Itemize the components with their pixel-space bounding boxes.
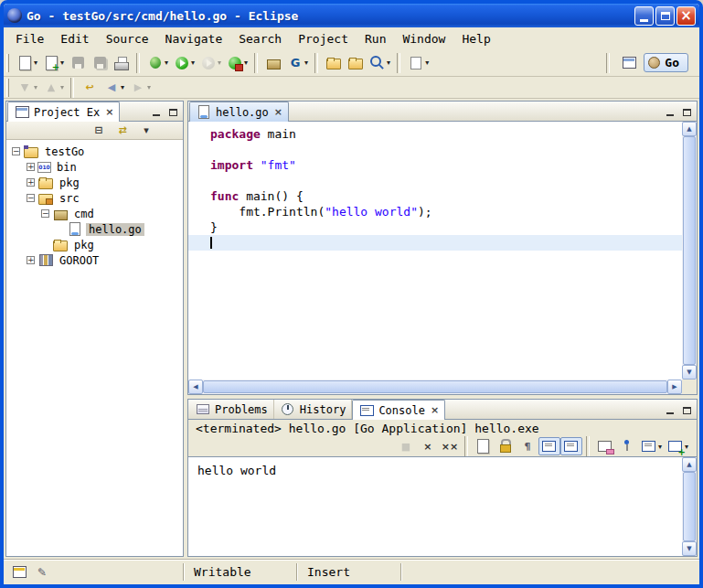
code-line[interactable]: func main() { [188,188,682,204]
tree-item-cmd[interactable]: −cmd [6,206,183,221]
code-area[interactable]: package mainimport "fmt"func main() { fm… [188,122,682,380]
minimize-view-button[interactable] [663,105,676,119]
maximize-view-button[interactable] [680,403,694,417]
new-go-file-button[interactable]: ▾ [40,52,67,74]
scroll-up-icon[interactable]: ▲ [682,457,697,472]
new-wizard-button[interactable]: ▾ [14,52,40,74]
expander-icon[interactable]: + [27,256,35,264]
tree-item-goroot[interactable]: +GOROOT [6,252,183,268]
scroll-thumb[interactable] [683,136,696,365]
code-line[interactable]: import "fmt" [188,157,682,173]
link-with-editor-button[interactable]: ⇄ [112,123,133,139]
new-go-type-button[interactable]: G▾ [284,52,311,74]
minimize-window-button[interactable] [634,6,654,26]
menu-window[interactable]: Window [394,30,453,48]
tab-history[interactable]: History [274,400,353,419]
external-tools-button[interactable]: ▾ [224,52,250,74]
code-line[interactable] [188,142,682,157]
scroll-track[interactable] [682,136,697,365]
annotation-navigation-button[interactable]: ▾ [405,52,431,74]
remove-all-terminated-button[interactable]: ×× [439,437,461,455]
scroll-thumb[interactable] [683,472,696,541]
expander-icon[interactable]: + [27,163,35,171]
pencil-icon[interactable]: ✎ [34,564,50,581]
code-line[interactable] [188,235,682,251]
back-button[interactable]: ◀▾ [101,79,127,97]
tree-item-bin[interactable]: +010bin [6,159,183,175]
tab-console[interactable]: Console× [352,400,445,420]
minimize-view-button[interactable] [149,105,163,119]
new-go-package-button[interactable] [262,52,284,74]
toolbar-grip[interactable] [6,54,9,72]
run-button[interactable]: ▾ [171,52,197,74]
maximize-view-button[interactable] [680,105,694,119]
editor-vertical-scrollbar[interactable]: ▲ ▼ [682,122,697,380]
tab-project-explorer[interactable]: Project Ex × [7,102,120,122]
project-tree[interactable]: −testGo+010bin+pkg−src−cmdhello.gopkg+GO… [6,140,183,556]
tree-item-testgo[interactable]: −testGo [6,144,183,159]
menu-run[interactable]: Run [357,30,394,48]
code-line[interactable]: } [188,219,682,235]
scroll-thumb[interactable] [203,380,667,393]
expander-icon[interactable]: + [27,178,35,187]
display-console-button[interactable]: ▾ [638,437,665,455]
titlebar[interactable]: Go - testGo/src/cmd/hello.go - Eclipse × [4,4,699,27]
scroll-down-icon[interactable]: ▼ [682,541,697,556]
menu-source[interactable]: Source [98,30,157,48]
minimize-view-button[interactable] [663,403,676,417]
maximize-window-button[interactable] [655,6,675,26]
menu-project[interactable]: Project [290,30,357,48]
code-line[interactable] [188,173,682,188]
menu-navigate[interactable]: Navigate [157,30,231,48]
open-perspective-button[interactable] [618,52,640,74]
collapse-all-button[interactable]: ⊟ [88,123,110,139]
scroll-left-icon[interactable]: ◀ [188,380,203,394]
code-line[interactable]: fmt.Println("hello world"); [188,204,682,219]
code-line[interactable]: package main [188,126,682,142]
fast-view-icon[interactable] [11,564,27,581]
open-go-element-button[interactable] [323,52,345,74]
close-tab-icon[interactable]: × [431,404,439,416]
editor-horizontal-scrollbar[interactable]: ◀ ▶ [188,380,682,394]
show-stdout-console-button[interactable] [538,437,560,455]
search-button[interactable]: ▾ [367,52,393,74]
expander-icon[interactable]: − [12,147,20,155]
open-resource-button[interactable] [345,52,367,74]
debug-button[interactable]: ▾ [144,52,171,74]
console-output[interactable]: hello world [188,457,682,556]
scroll-track[interactable] [682,472,697,541]
tree-item-hello-go[interactable]: hello.go [6,221,183,237]
tree-item-src[interactable]: −src [6,190,183,206]
menu-file[interactable]: File [7,30,52,48]
close-tab-icon[interactable]: × [105,106,113,118]
scroll-track[interactable] [203,380,667,394]
show-stderr-console-button[interactable] [560,437,582,455]
scroll-lock-button[interactable] [495,437,517,455]
close-tab-icon[interactable]: × [274,106,282,118]
view-menu-button[interactable]: ▾ [135,123,157,139]
tree-item-pkg[interactable]: pkg [6,237,183,252]
print-button[interactable] [111,52,133,74]
open-console-button[interactable]: ▾ [665,437,691,455]
clear-console-button[interactable] [594,437,616,455]
tree-item-pkg[interactable]: +pkg [6,175,183,190]
menu-search[interactable]: Search [230,30,290,48]
expander-icon[interactable]: − [41,209,49,218]
scroll-down-icon[interactable]: ▼ [682,365,697,380]
export-log-button[interactable] [473,437,495,455]
last-edit-location-button[interactable]: ↩ [79,79,101,97]
close-window-button[interactable]: × [676,6,696,26]
console-vertical-scrollbar[interactable]: ▲ ▼ [682,457,697,556]
expander-icon[interactable]: − [27,194,35,202]
scroll-up-icon[interactable]: ▲ [682,122,697,136]
word-wrap-button[interactable]: ¶ [517,437,538,455]
tab-problems[interactable]: Problems [189,400,274,419]
scroll-right-icon[interactable]: ▶ [667,380,682,394]
menu-edit[interactable]: Edit [52,30,97,48]
menu-help[interactable]: Help [453,30,498,48]
tab-hello-go[interactable]: hello.go × [189,102,289,122]
remove-launch-button[interactable]: × [417,437,439,455]
toolbar-grip[interactable] [6,79,9,97]
pin-console-button[interactable] [616,437,638,455]
maximize-view-button[interactable] [166,105,180,119]
